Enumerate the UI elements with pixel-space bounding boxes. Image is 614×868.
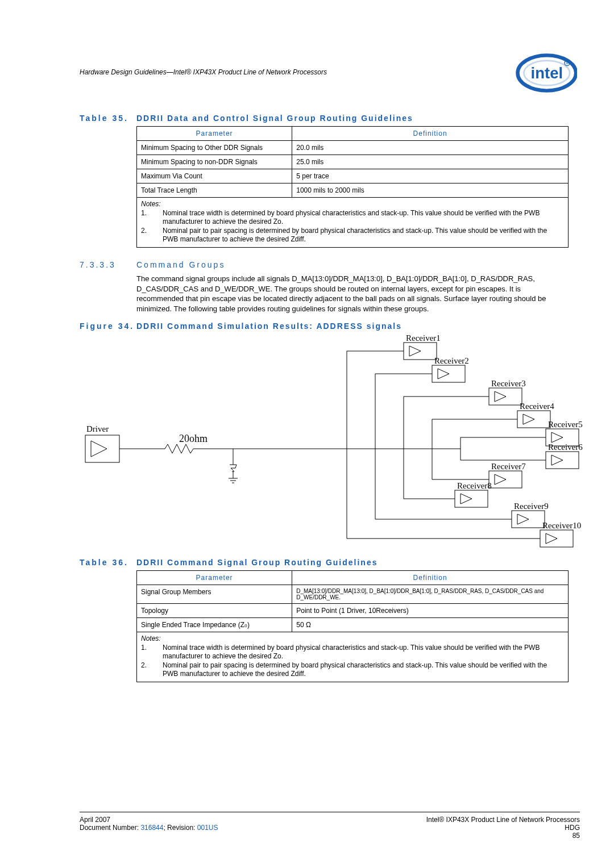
svg-marker-47 xyxy=(460,494,472,504)
table36-label: Table 36. xyxy=(80,558,136,567)
footer-docnum: 316844 xyxy=(140,824,163,832)
svg-marker-43 xyxy=(495,474,506,485)
svg-marker-35 xyxy=(551,432,563,443)
table-row: Minimum Spacing to Other DDR Signals20.0… xyxy=(137,141,569,155)
svg-text:R: R xyxy=(566,61,569,65)
section-number: 7.3.3.3 xyxy=(80,260,136,269)
svg-rect-5 xyxy=(85,435,119,462)
receiver-label: Receiver8 xyxy=(457,481,492,490)
footer-rev-label: ; Revision: xyxy=(163,824,197,832)
table-row: Maximum Via Count5 per trace xyxy=(137,169,569,183)
table-row: Single Ended Trace Impedance (Z₀)50 Ω xyxy=(137,618,569,632)
receiver-label: Receiver6 xyxy=(548,443,583,452)
note-num: 2. xyxy=(141,661,163,678)
receiver-label: Receiver9 xyxy=(514,502,549,511)
receiver-label: Receiver2 xyxy=(434,356,469,365)
def-cell: 20.0 mils xyxy=(292,141,569,155)
note-num: 1. xyxy=(141,209,163,226)
note-num: 1. xyxy=(141,644,163,661)
table-row: Signal Group MembersD_MA[13:0]/DDR_MA[13… xyxy=(137,585,569,604)
receiver-label: Receiver4 xyxy=(520,402,554,411)
param-cell: Signal Group Members xyxy=(137,585,292,604)
receiver-label: Receiver1 xyxy=(406,334,441,343)
svg-marker-55 xyxy=(546,533,557,544)
col-definition: Definition xyxy=(292,571,569,585)
note-text: Nominal trace width is determined by boa… xyxy=(163,209,564,226)
table-row: Minimum Spacing to non-DDR Signals25.0 m… xyxy=(137,155,569,169)
note-text: Nominal pair to pair spacing is determin… xyxy=(163,227,564,244)
table35: Parameter Definition Minimum Spacing to … xyxy=(136,126,569,198)
footer-product: Intel® IXP43X Product Line of Network Pr… xyxy=(426,816,580,824)
note-num: 2. xyxy=(141,227,163,244)
def-cell: 25.0 mils xyxy=(292,155,569,169)
footer-rev: 001US xyxy=(197,824,218,832)
svg-marker-51 xyxy=(517,514,529,524)
footer-pagenum: 85 xyxy=(426,832,580,840)
receiver-label: Receiver3 xyxy=(491,379,526,388)
notes-title: Notes: xyxy=(141,200,564,208)
section-7333-body: The command signal groups include all si… xyxy=(136,274,569,314)
table-row: Total Trace Length1000 mils to 2000 mils xyxy=(137,183,569,198)
param-cell: Maximum Via Count xyxy=(137,169,292,183)
col-parameter: Parameter xyxy=(137,571,292,585)
param-cell: Minimum Spacing to Other DDR Signals xyxy=(137,141,292,155)
param-cell: Minimum Spacing to non-DDR Signals xyxy=(137,155,292,169)
note-line: 2.Nominal pair to pair spacing is determ… xyxy=(141,661,564,678)
param-cell: Single Ended Trace Impedance (Z₀) xyxy=(137,618,292,632)
def-cell: 5 per trace xyxy=(292,169,569,183)
figure34-diagram: Driver 20ohm xyxy=(80,334,591,550)
figure34-label: Figure 34. xyxy=(80,322,136,331)
param-cell: Total Trace Length xyxy=(137,183,292,198)
note-text: Nominal pair to pair spacing is determin… xyxy=(163,661,564,678)
svg-marker-39 xyxy=(551,455,563,465)
def-cell: Point to Point (1 Driver, 10Receivers) xyxy=(292,604,569,618)
figure34-title: DDRII Command Simulation Results: ADDRES… xyxy=(136,322,402,331)
table36-title: DDRII Command Signal Group Routing Guide… xyxy=(136,558,377,567)
table36-caption: Table 36. DDRII Command Signal Group Rou… xyxy=(80,558,580,567)
table-row: TopologyPoint to Point (1 Driver, 10Rece… xyxy=(137,604,569,618)
running-header: Hardware Design Guidelines—Intel® IXP43X… xyxy=(80,68,327,76)
def-cell: 50 Ω xyxy=(292,618,569,632)
col-definition: Definition xyxy=(292,127,569,141)
svg-text:intel: intel xyxy=(531,64,563,82)
svg-marker-19 xyxy=(409,346,421,356)
table35-label: Table 35. xyxy=(80,114,136,123)
table35-caption: Table 35. DDRII Data and Control Signal … xyxy=(80,114,580,123)
section-7333-heading: 7.3.3.3 Command Groups xyxy=(80,260,580,269)
receiver-label: Receiver5 xyxy=(548,420,583,429)
intel-logo: intel R xyxy=(515,51,577,93)
table36-notes: Notes: 1.Nominal trace width is determin… xyxy=(136,632,569,682)
resistor-label: 20ohm xyxy=(179,433,208,444)
footer-date: April 2007 xyxy=(80,816,218,824)
footer-hdg: HDG xyxy=(426,824,580,832)
note-line: 1.Nominal trace width is determined by b… xyxy=(141,644,564,661)
table35-notes: Notes: 1.Nominal trace width is determin… xyxy=(136,198,569,248)
table35-title: DDRII Data and Control Signal Group Rout… xyxy=(136,114,413,123)
def-cell: D_MA[13:0]/DDR_MA[13:0], D_BA[1:0]/DDR_B… xyxy=(292,585,569,604)
svg-marker-31 xyxy=(523,414,534,424)
param-cell: Topology xyxy=(137,604,292,618)
col-parameter: Parameter xyxy=(137,127,292,141)
note-text: Nominal trace width is determined by boa… xyxy=(163,644,564,661)
section-title: Command Groups xyxy=(136,260,225,269)
svg-marker-23 xyxy=(438,369,449,379)
figure34-caption: Figure 34. DDRII Command Simulation Resu… xyxy=(80,322,580,331)
page-footer: April 2007 Document Number: 316844; Revi… xyxy=(80,812,580,840)
footer-docnum-label: Document Number: xyxy=(80,824,140,832)
note-line: 2.Nominal pair to pair spacing is determ… xyxy=(141,227,564,244)
receiver-label: Receiver7 xyxy=(491,462,526,471)
note-line: 1.Nominal trace width is determined by b… xyxy=(141,209,564,226)
def-cell: 1000 mils to 2000 mils xyxy=(292,183,569,198)
receiver-label: Receiver10 xyxy=(542,521,581,530)
svg-marker-6 xyxy=(91,441,107,457)
svg-marker-27 xyxy=(495,391,506,402)
driver-label: Driver xyxy=(86,424,109,433)
notes-title: Notes: xyxy=(141,635,564,643)
table36: Parameter Definition Signal Group Member… xyxy=(136,570,569,632)
